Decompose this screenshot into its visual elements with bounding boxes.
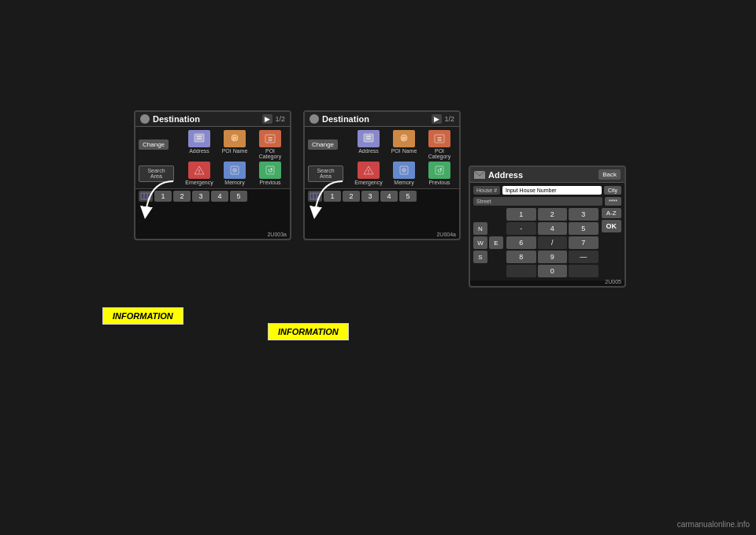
key-longdash[interactable]: —: [569, 251, 598, 263]
screen2-map-button[interactable]: [308, 191, 322, 202]
emergency-icon: !: [188, 162, 210, 179]
number-pad: 1 2 3 - 4 5 6 / 7 8 9 — 0: [506, 208, 598, 277]
svg-text:!: !: [198, 169, 200, 174]
screen1-num3[interactable]: 3: [192, 191, 209, 202]
destination-icon2: [309, 114, 319, 124]
screen3-header: Address Back: [470, 167, 624, 183]
address-icon: [188, 130, 210, 147]
screen1-num4[interactable]: 4: [211, 191, 228, 202]
address-row1: House # Input House Number City: [473, 186, 621, 195]
key-9[interactable]: 9: [538, 251, 568, 263]
screen2-top-items: Address P POI Name ☰ POI Category: [340, 130, 456, 159]
screen2-change-button[interactable]: Change: [308, 139, 338, 150]
screen2-bottom-row: Search Area ! Emergency Memory: [308, 162, 456, 185]
az-button[interactable]: A-Z: [602, 208, 622, 218]
screen2-page-arrow[interactable]: ▶: [432, 114, 442, 124]
screen2-num4[interactable]: 4: [380, 191, 398, 202]
svg-point-10: [232, 168, 237, 173]
svg-rect-29: [310, 193, 320, 199]
screen2-item-previous[interactable]: ↺ Previous: [423, 162, 456, 185]
screen2-num5[interactable]: 5: [399, 191, 417, 202]
screen2-item-category[interactable]: ☰ POI Category: [423, 130, 456, 159]
screen2-num1[interactable]: 1: [324, 191, 341, 202]
screen2-body: Change Address P POI Name ☰: [305, 127, 459, 188]
north-button[interactable]: N: [473, 222, 487, 235]
svg-text:☰: ☰: [268, 136, 272, 142]
watermark: carmanualonline.info: [677, 520, 750, 529]
screen2-item-emergency[interactable]: ! Emergency: [352, 162, 385, 185]
screen3-id: 2U005: [605, 279, 621, 284]
key-3[interactable]: 3: [569, 208, 598, 221]
screen1-item-poi[interactable]: P POI Name: [218, 130, 251, 159]
screen2-item-poi[interactable]: P POI Name: [387, 130, 421, 159]
screen1-id: 2U003a: [267, 232, 287, 237]
key-1[interactable]: 1: [506, 208, 536, 221]
screen2-num2[interactable]: 2: [343, 191, 360, 202]
screen2-num3[interactable]: 3: [361, 191, 379, 202]
key-slash[interactable]: /: [538, 236, 568, 249]
key-empty2: [569, 265, 598, 277]
envelope-icon: [474, 171, 485, 179]
screen1-item-previous[interactable]: ↺ Previous: [254, 162, 287, 185]
ok-button[interactable]: OK: [602, 220, 622, 232]
street-button[interactable]: Street: [473, 197, 602, 206]
south-button[interactable]: S: [473, 251, 487, 263]
svg-rect-0: [195, 134, 204, 142]
key-2[interactable]: 2: [538, 208, 568, 221]
screen2-id: 2U004a: [436, 232, 456, 237]
key-6[interactable]: 6: [506, 236, 536, 249]
screen1-map-button[interactable]: [139, 191, 153, 202]
screen2-item-memory[interactable]: Memory: [387, 162, 421, 185]
key-dash[interactable]: -: [506, 222, 536, 235]
screen3-body: House # Input House Number City Street *…: [470, 183, 624, 281]
screen1-search-area: Search Area: [139, 165, 174, 182]
screen1-change-button[interactable]: Change: [139, 139, 169, 150]
svg-point-26: [402, 168, 406, 173]
svg-text:↺: ↺: [268, 167, 273, 174]
screen2-header: Destination ▶ 1/2: [305, 112, 459, 127]
house-number-input[interactable]: Input House Number: [502, 186, 602, 195]
screen1-bottom-items: ! Emergency Memory ↺ Previous: [176, 162, 287, 185]
info-label-1: INFORMATION: [102, 307, 183, 325]
screen1-footer: 1 2 3 4 5: [135, 188, 290, 203]
screen2-destination: Destination ▶ 1/2 Change Address P: [303, 110, 461, 240]
destination-icon: [140, 114, 150, 124]
city-button[interactable]: City: [604, 186, 621, 195]
screen3-back-button[interactable]: Back: [598, 169, 621, 180]
screen1-item-category[interactable]: ☰ POI Category: [254, 130, 287, 159]
key-4[interactable]: 4: [538, 222, 568, 235]
screen1-item-memory[interactable]: Memory: [218, 162, 251, 185]
key-0[interactable]: 0: [538, 265, 568, 277]
screen1-num1[interactable]: 1: [154, 191, 172, 202]
key-5[interactable]: 5: [569, 222, 598, 235]
screen1-page-arrow[interactable]: ▶: [262, 114, 272, 124]
house-number-button[interactable]: House #: [473, 186, 500, 195]
screen3-title: Address: [474, 170, 523, 180]
address-row2: Street ****: [473, 197, 621, 206]
screen1-destination: Destination ▶ 1/2 Change Address P: [134, 110, 291, 240]
screen3-address: Address Back House # Input House Number …: [469, 165, 626, 288]
east-button[interactable]: E: [489, 236, 503, 249]
screen1-item-address[interactable]: Address: [183, 130, 216, 159]
key-7[interactable]: 7: [569, 236, 598, 249]
address-icon2: [358, 130, 380, 147]
direction-buttons: N W E S: [473, 208, 503, 277]
previous-icon2: ↺: [428, 162, 450, 179]
screen1-num5[interactable]: 5: [230, 191, 247, 202]
screen2-item-address[interactable]: Address: [352, 130, 385, 159]
poi-icon: P: [224, 130, 246, 147]
screen1-header: Destination ▶ 1/2: [135, 112, 290, 127]
key-8[interactable]: 8: [506, 251, 536, 263]
screen1-top-items: Address P POI Name ☰ POI Category: [171, 130, 287, 159]
stars-display: ****: [605, 197, 621, 206]
svg-text:P: P: [402, 136, 406, 141]
west-button[interactable]: W: [473, 236, 487, 249]
svg-text:↺: ↺: [437, 167, 443, 174]
svg-rect-16: [364, 134, 373, 142]
svg-text:!: !: [368, 169, 369, 174]
screen1-item-emergency[interactable]: ! Emergency: [183, 162, 216, 185]
screen1-page-indicator: 1/2: [275, 115, 285, 123]
screen1-top-row: Change Address P POI Name ☰: [139, 130, 287, 159]
search-area-label: Search Area: [143, 168, 170, 179]
screen1-num2[interactable]: 2: [173, 191, 191, 202]
